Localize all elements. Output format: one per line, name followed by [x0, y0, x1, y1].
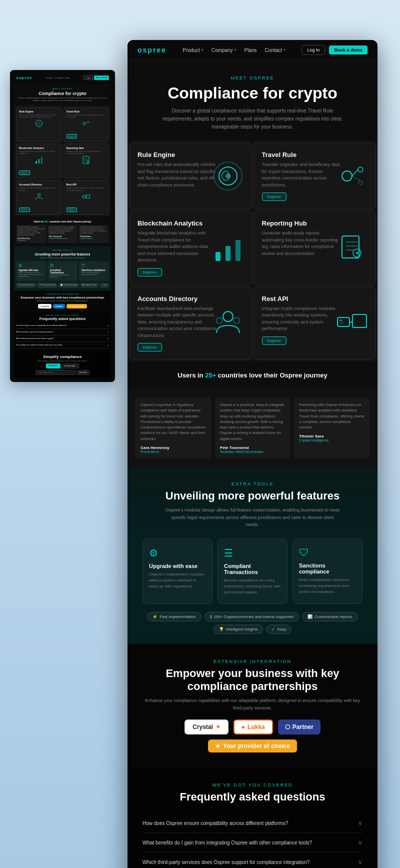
- svg-point-8: [38, 194, 40, 196]
- accounts-directory-icon: [210, 306, 246, 340]
- countries-banner: Users in 25+ countries love their Ospree…: [128, 362, 378, 389]
- lp-card-accounts-title: Accounts Directory: [19, 183, 59, 186]
- lp-get-started-button[interactable]: Get started ›: [46, 364, 60, 368]
- lp-contact-sales-button[interactable]: Contact sales ›: [62, 364, 79, 368]
- lp-card-rule-engine: Rule Engine Pre-set rules that automatic…: [16, 107, 62, 142]
- crystal-star: ✦: [216, 724, 220, 730]
- lp-faq-chevron-4: ∨: [107, 344, 109, 346]
- testimonial-3-text: Partnering with Ospree enhances our bloc…: [299, 402, 364, 430]
- testimonial-card-2: Ospree is a practical, easy-to-integrate…: [215, 397, 290, 458]
- accounts-explore-button[interactable]: Explore: [138, 343, 162, 352]
- countries-text: Users in 25+ countries love their Ospree…: [138, 372, 368, 379]
- lp-email-input[interactable]: [36, 370, 76, 375]
- lp-features-cards: ⚙ Upgrade with ease Ospree's independent…: [16, 261, 109, 281]
- nav-product-link[interactable]: Product ▾: [182, 48, 203, 53]
- lp-badge-fast: ⚡ Fast implementation: [16, 283, 36, 288]
- lp-faq-item-2[interactable]: What benefits do I gain from integrating…: [16, 329, 109, 336]
- svg-rect-3: [36, 161, 37, 164]
- lp-card-accounts-icon: [34, 192, 44, 202]
- partner3-icon: ⬡: [285, 724, 290, 730]
- lp-nav-links: Product Company Plans: [46, 76, 70, 79]
- nav-company-link[interactable]: Company ▾: [212, 48, 236, 53]
- reporting-hub-icon: [334, 230, 370, 266]
- testimonials-section: Ospree's expertise in regulatory complia…: [128, 389, 378, 466]
- testimonial-2-author: Pete Townsend: [220, 446, 286, 450]
- faq-item-1[interactable]: How does Ospree ensure compatibility acr…: [142, 814, 362, 833]
- book-demo-button[interactable]: Book a demo: [329, 46, 368, 54]
- lp-card-reporting-icon: [81, 155, 91, 165]
- lp-faq-item-1[interactable]: How does Ospree ensure compatibility acr…: [16, 322, 109, 329]
- rest-api-icon: [334, 306, 370, 340]
- faq-item-3[interactable]: Which third-party services does Ospree s…: [142, 852, 362, 868]
- lp-faq-q2: What benefits do I gain from integrating…: [16, 331, 54, 333]
- testimonial-3-author: Tihomir Sara: [299, 434, 364, 438]
- features-description: Ospree's modular design allows full feat…: [165, 506, 340, 528]
- lp-explore-travel-rule[interactable]: Explore: [66, 134, 78, 138]
- travel-rule-explore-button[interactable]: Explore: [262, 192, 286, 201]
- nav-company-label: Company: [212, 48, 233, 53]
- hero-sub-label: MEET OSPREE: [148, 76, 358, 80]
- countries-prefix: Users in: [178, 372, 205, 379]
- svg-point-15: [358, 167, 363, 172]
- lp-features-title: Unveiling more powerful features: [16, 252, 109, 256]
- lp-faq-item-3[interactable]: Which third-party services does Ospree s…: [16, 336, 109, 342]
- lp-faq-q3: Which third-party services does Ospree s…: [16, 338, 54, 340]
- accounts-directory-desc: Facilitate standardised data exchange be…: [138, 306, 218, 340]
- lp-faq-item-4[interactable]: How quickly can I implement Ospree with …: [16, 342, 109, 348]
- blockchain-explore-button[interactable]: Explore: [138, 268, 162, 276]
- lp-login-button[interactable]: Log In: [84, 76, 93, 80]
- lp-sanctions-desc: Most counterparty sanctions screening re…: [82, 272, 106, 276]
- svg-rect-4: [38, 159, 40, 164]
- lp-explore-accounts[interactable]: Explore: [19, 208, 30, 212]
- lp-testimonial-3-text: Partnering with Ospree enhances our bloc…: [80, 226, 108, 234]
- testimonial-3-company: Crystal Intelligence: [299, 438, 364, 442]
- lp-features-sub: EXTRA TOOLS: [16, 249, 109, 252]
- svg-point-1: [83, 122, 86, 124]
- lukka-name: Lukka: [248, 724, 265, 730]
- integrations-description: Enhance your compliance capabilities wit…: [142, 697, 362, 712]
- faq-item-2[interactable]: What benefits do I gain from integrating…: [142, 833, 362, 852]
- features-section: EXTRA TOOLS Unveiling more powerful feat…: [128, 466, 378, 644]
- lp-explore-rest-api[interactable]: Explore: [66, 208, 78, 212]
- fast-icon: ⚡: [152, 614, 158, 619]
- lp-logo: ospree: [16, 76, 32, 80]
- lp-explore-blockchain[interactable]: Explore: [19, 170, 30, 175]
- svg-point-24: [234, 318, 240, 324]
- feature-card-sanctions: 🛡 Sanctions compliance Most counterparty…: [292, 538, 362, 604]
- testimonial-1-company: Provenance: [140, 450, 206, 454]
- lp-subscribe-button[interactable]: Subscribe: [76, 370, 90, 375]
- nav-plans-link[interactable]: Plans: [244, 48, 257, 53]
- lp-faq-chevron-1: ∨: [107, 324, 109, 327]
- rest-api-explore-button[interactable]: Explore: [262, 336, 286, 345]
- faq-chevron-3: ∨: [358, 858, 362, 866]
- hero-section: MEET OSPREE Compliance for crypto Discov…: [128, 60, 378, 141]
- accounts-directory-title: Accounts Directory: [138, 295, 244, 302]
- lp-testimonial-1-text: Ospree's expertise in regulatory complia…: [18, 226, 45, 236]
- faq-chevron-2: ∨: [358, 839, 362, 846]
- svg-point-0: [36, 120, 42, 126]
- testimonial-2-company: Techstars Web3 Accelerator: [220, 450, 286, 454]
- lp-testimonial-2-company: Techstars Web3 Accelerator: [49, 238, 76, 240]
- lp-integrations-section: EXTENSIVE INTEGRATION Empower your busin…: [14, 290, 111, 312]
- svg-rect-20: [342, 236, 359, 258]
- lukka-dot: ●: [242, 724, 245, 730]
- badge-fast: ⚡Fast implementation: [147, 612, 201, 622]
- lp-card-blockchain-desc: Integrate blockchain analytics with Trav…: [19, 150, 59, 155]
- lp-cta-desc: Drive revenue, reduce compliance costs, …: [16, 360, 109, 362]
- login-button[interactable]: Log In: [302, 45, 325, 55]
- partner3-name: Partner: [292, 724, 314, 730]
- lp-faq-chevron-2: ∨: [107, 330, 109, 334]
- lp-transactions-desc: Ensure compliance for every transaction.: [50, 274, 75, 278]
- faq-question-2: What benefits do I gain from integrating…: [142, 840, 312, 846]
- svg-rect-10: [86, 195, 90, 198]
- lp-transactions-icon: ☰: [50, 264, 75, 268]
- svg-point-22: [223, 312, 233, 322]
- nav-contact-chevron: ▾: [284, 48, 286, 52]
- svg-rect-28: [340, 322, 344, 324]
- lp-card-rule-engine-title: Rule Engine: [19, 110, 59, 113]
- svg-rect-18: [226, 246, 230, 261]
- lp-testimonial-3-company: Crystal Intelligence: [80, 238, 108, 240]
- lp-demo-button[interactable]: Book a demo: [94, 76, 109, 80]
- nav-contact-link[interactable]: Contact ▾: [265, 48, 286, 53]
- testimonial-1-text: Ospree's expertise in regulatory complia…: [140, 402, 206, 442]
